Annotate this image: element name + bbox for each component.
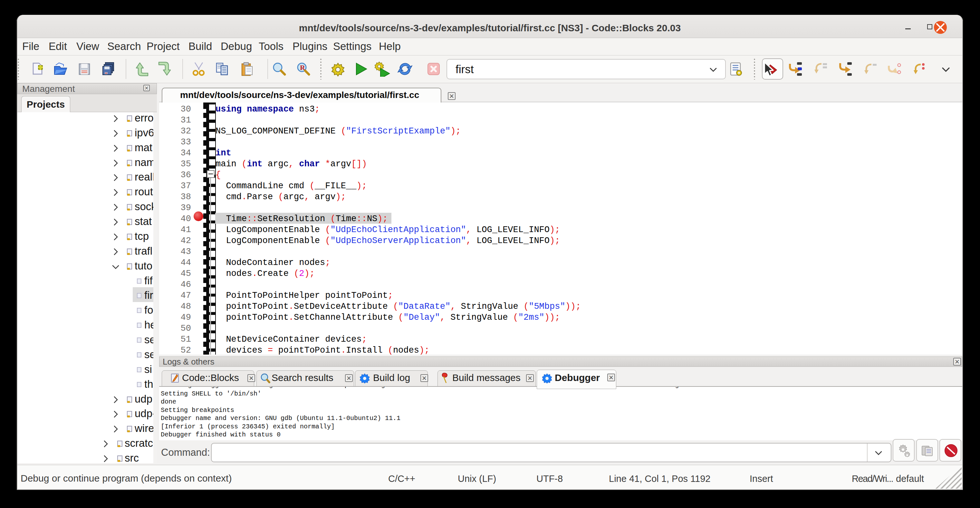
svg-text:R: R xyxy=(300,64,305,72)
